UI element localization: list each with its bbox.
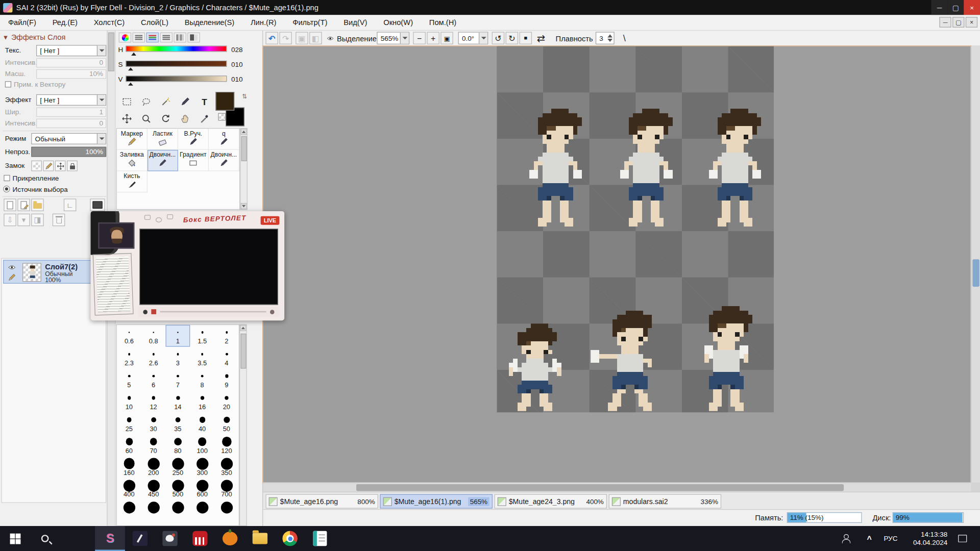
brush-item[interactable]: Градиент bbox=[178, 150, 209, 171]
effect-dropdown[interactable]: [ Нет ] bbox=[36, 94, 106, 106]
minimize-button[interactable]: ─ bbox=[931, 0, 947, 15]
undo-button[interactable]: ↶ bbox=[265, 32, 278, 44]
stroke-line-icon[interactable]: \ bbox=[623, 33, 626, 43]
brush-size-item[interactable]: 3 bbox=[165, 347, 190, 369]
brush-item[interactable]: Кисть bbox=[117, 171, 148, 193]
brush-size-item[interactable]: 1.5 bbox=[190, 325, 214, 347]
brush-size-item[interactable]: 400 bbox=[117, 478, 141, 500]
brush-size-item[interactable]: 700 bbox=[214, 478, 239, 500]
brush-size-item[interactable] bbox=[117, 500, 141, 522]
taskbar-app-sai[interactable]: S bbox=[95, 526, 125, 551]
menu-item-2[interactable]: Холст(C) bbox=[86, 16, 133, 30]
magic-wand-tool[interactable] bbox=[156, 94, 175, 110]
show-view-button[interactable] bbox=[90, 198, 105, 211]
new-folder-button[interactable] bbox=[31, 198, 43, 211]
selection-clear-button[interactable]: ◧ bbox=[309, 32, 322, 44]
ruler-tool-button[interactable]: ∟ bbox=[64, 198, 76, 211]
brush-size-item[interactable]: 4 bbox=[214, 347, 239, 369]
canvas-horizontal-scrollbar[interactable] bbox=[263, 482, 971, 491]
text-tool[interactable]: T bbox=[195, 94, 214, 110]
apply-to-vector-checkbox[interactable] bbox=[5, 81, 11, 87]
selection-extract-button[interactable]: ▣ bbox=[296, 32, 308, 44]
brush-size-item[interactable]: 120 bbox=[214, 434, 239, 456]
brush-size-item[interactable]: 12 bbox=[141, 390, 166, 412]
primary-color-swatch[interactable] bbox=[215, 92, 234, 111]
close-button[interactable]: × bbox=[964, 0, 980, 15]
intensity2-field[interactable]: 0 bbox=[36, 119, 106, 128]
lasso-tool[interactable] bbox=[137, 94, 156, 110]
canvas-image[interactable] bbox=[497, 46, 773, 413]
brush-size-item[interactable]: 14 bbox=[165, 390, 190, 412]
brush-size-item[interactable]: 350 bbox=[214, 456, 239, 478]
doc-restore-button[interactable]: ▢ bbox=[952, 17, 964, 28]
redo-button[interactable]: ↷ bbox=[279, 32, 291, 44]
brush-size-item[interactable]: 600 bbox=[190, 478, 214, 500]
brush-size-item[interactable]: 9 bbox=[214, 368, 239, 390]
menu-item-0[interactable]: Файл(F) bbox=[0, 16, 44, 30]
hand-tool[interactable] bbox=[176, 111, 194, 127]
lock-all-button[interactable] bbox=[67, 161, 78, 171]
start-button[interactable] bbox=[0, 526, 30, 551]
value-marker[interactable] bbox=[128, 83, 133, 86]
brush-size-item[interactable]: 250 bbox=[165, 456, 190, 478]
search-button[interactable] bbox=[30, 526, 60, 551]
lock-position-button[interactable] bbox=[55, 161, 66, 171]
spinner-up-icon[interactable] bbox=[607, 34, 612, 37]
brush-size-item[interactable] bbox=[141, 500, 166, 522]
select-pen-tool[interactable] bbox=[176, 94, 194, 110]
brush-size-item[interactable] bbox=[214, 500, 239, 522]
swatches-view-button[interactable] bbox=[174, 33, 186, 43]
taskbar-app-pumpkin[interactable] bbox=[215, 526, 245, 551]
brush-size-item[interactable] bbox=[190, 500, 214, 522]
brush-size-item[interactable]: 0.8 bbox=[141, 325, 166, 347]
brush-size-item[interactable]: 1 bbox=[165, 325, 190, 347]
taskbar-clock[interactable]: 14:13:38 04.04.2024 bbox=[902, 526, 947, 551]
doc-minimize-button[interactable]: ─ bbox=[939, 17, 951, 28]
lock-pixels-button[interactable] bbox=[43, 161, 54, 171]
maximize-button[interactable]: ▢ bbox=[947, 0, 964, 15]
panel-collapse-icon[interactable]: ▾ bbox=[4, 33, 7, 42]
zoom-fit-button[interactable]: ▣ bbox=[440, 32, 453, 44]
taskbar-app-chrome[interactable] bbox=[275, 526, 305, 551]
brush-item[interactable]: Заливка bbox=[117, 150, 148, 171]
brush-size-item[interactable]: 60 bbox=[117, 434, 141, 456]
scale-field[interactable]: 10% bbox=[36, 69, 106, 79]
transfer-down-button[interactable]: ⇩ bbox=[4, 214, 16, 226]
brush-size-item[interactable]: 50 bbox=[214, 412, 239, 434]
brush-item[interactable]: q bbox=[209, 129, 239, 150]
taskbar-app-kfc[interactable] bbox=[185, 526, 215, 551]
brush-size-item[interactable]: 40 bbox=[190, 412, 214, 434]
brush-size-item[interactable]: 6 bbox=[141, 368, 166, 390]
brush-size-item[interactable]: 160 bbox=[117, 456, 141, 478]
move-tool[interactable] bbox=[117, 111, 136, 127]
saturation-marker[interactable] bbox=[128, 67, 133, 70]
transparent-color-swatch[interactable] bbox=[218, 113, 226, 121]
brush-size-item[interactable]: 200 bbox=[141, 456, 166, 478]
brush-size-item[interactable]: 2.3 bbox=[117, 347, 141, 369]
color-wheel-view-button[interactable] bbox=[119, 33, 131, 43]
brush-size-item[interactable]: 5 bbox=[117, 368, 141, 390]
brush-size-item[interactable]: 25 bbox=[117, 412, 141, 434]
brush-size-item[interactable]: 20 bbox=[214, 390, 239, 412]
layer-visibility-eye-icon[interactable] bbox=[8, 264, 16, 271]
clipping-checkbox[interactable] bbox=[4, 175, 10, 181]
document-tab[interactable]: modulars.sai2336% bbox=[609, 494, 721, 509]
rotate-tool[interactable] bbox=[156, 111, 175, 127]
new-sketch-layer-button[interactable] bbox=[17, 198, 30, 211]
brush-size-item[interactable]: 2 bbox=[214, 325, 239, 347]
tray-people-button[interactable] bbox=[834, 526, 859, 551]
doc-close-button[interactable]: × bbox=[966, 17, 977, 28]
menu-item-3[interactable]: Слой(L) bbox=[133, 16, 177, 30]
menu-item-6[interactable]: Фильтр(T) bbox=[284, 16, 335, 30]
canvas-vertical-scrollbar[interactable] bbox=[971, 46, 980, 483]
lock-transparency-button[interactable] bbox=[31, 161, 42, 171]
opacity-slider[interactable]: 100% bbox=[31, 147, 106, 157]
layer-thumbnail[interactable] bbox=[22, 263, 41, 282]
rotate-cw-button[interactable]: ↻ bbox=[506, 32, 518, 44]
mixer-view-button[interactable] bbox=[187, 33, 200, 43]
swap-colors-icon[interactable]: ⇅ bbox=[242, 93, 247, 99]
taskbar-app-explorer[interactable] bbox=[245, 526, 275, 551]
hue-marker[interactable] bbox=[131, 53, 136, 56]
action-center-button[interactable] bbox=[951, 526, 974, 551]
taskbar-app-paint[interactable] bbox=[155, 526, 185, 551]
